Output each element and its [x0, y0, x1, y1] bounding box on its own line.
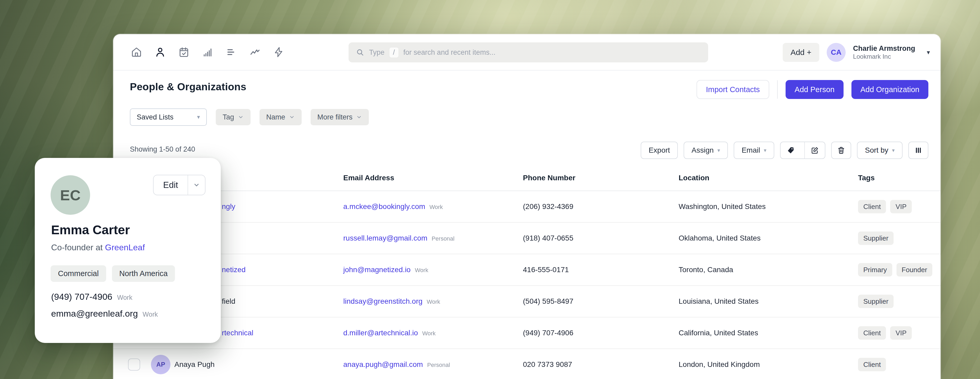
search-placeholder: for search and recent items...: [403, 48, 496, 57]
row-name-fragment[interactable]: rtechnical: [222, 329, 253, 337]
row-tags: Supplier: [858, 295, 894, 308]
table-row[interactable]: russell.lemay@gmail.comPersonal (918) 40…: [113, 223, 940, 254]
assign-button[interactable]: Assign▾: [684, 141, 728, 159]
bar-chart-icon[interactable]: [202, 46, 213, 58]
chevron-down-icon: [193, 182, 200, 189]
chevron-down-icon: ▾: [197, 114, 200, 121]
row-location: Oklahoma, United States: [679, 234, 760, 243]
row-name-fragment[interactable]: netized: [222, 266, 245, 274]
export-button[interactable]: Export: [641, 141, 678, 159]
row-email-link[interactable]: d.miller@artechnical.ioWork: [343, 329, 436, 337]
sort-by-button[interactable]: Sort by▾: [857, 141, 902, 159]
row-location: Louisiana, United States: [679, 297, 759, 306]
email-link[interactable]: john@magnetized.io: [343, 266, 411, 274]
row-phone: 020 7373 9087: [523, 360, 572, 369]
table-row[interactable]: netized john@magnetized.ioWork 416-555-0…: [113, 254, 940, 286]
header-location[interactable]: Location: [679, 174, 710, 182]
row-checkbox[interactable]: [128, 358, 140, 371]
chevron-down-icon: [356, 114, 362, 120]
edit-button[interactable]: Edit: [154, 175, 188, 195]
row-email-link[interactable]: john@magnetized.ioWork: [343, 266, 428, 274]
user-menu-chevron-icon[interactable]: ▾: [927, 49, 930, 56]
email-button[interactable]: Email▾: [734, 141, 774, 159]
contacts-icon[interactable]: [154, 46, 166, 58]
toolbar-row: Showing 1-50 of 240 Export Assign▾ Email…: [113, 137, 940, 166]
email-type-label: Work: [430, 204, 443, 210]
email-link[interactable]: russell.lemay@gmail.com: [343, 234, 427, 242]
export-label: Export: [649, 146, 670, 154]
add-organization-button[interactable]: Add Organization: [851, 80, 928, 99]
tag-filter-button[interactable]: Tag: [216, 109, 251, 125]
row-location: Washington, United States: [679, 202, 765, 211]
home-icon[interactable]: [130, 46, 142, 58]
automation-icon[interactable]: [273, 46, 285, 58]
table-row[interactable]: ngly a.mckee@bookingly.comWork (206) 932…: [113, 191, 940, 223]
row-phone: 416-555-0171: [523, 266, 569, 274]
top-bar-right: Add + CA Charlie Armstrong Lookmark Inc …: [783, 34, 930, 71]
contact-role: Co-founder at GreenLeaf: [51, 243, 145, 252]
row-email-link[interactable]: a.mckee@bookingly.comWork: [343, 202, 443, 211]
assign-label: Assign: [692, 146, 714, 154]
row-location: California, United States: [679, 329, 758, 337]
tag-pill: VIP: [890, 200, 912, 214]
row-name-fragment[interactable]: ngly: [222, 202, 235, 211]
row-email-link[interactable]: anaya.pugh@gmail.comPersonal: [343, 360, 450, 369]
toolbar-actions: Export Assign▾ Email▾ Sort by▾: [641, 141, 928, 159]
tag-pill: Supplier: [858, 295, 894, 308]
row-email-link[interactable]: russell.lemay@gmail.comPersonal: [343, 234, 455, 243]
chevron-down-icon: [238, 114, 244, 120]
trash-icon: [837, 146, 845, 154]
more-filters-button[interactable]: More filters: [310, 109, 369, 125]
table-row[interactable]: field lindsay@greenstitch.orgWork (504) …: [113, 286, 940, 317]
table-body: ngly a.mckee@bookingly.comWork (206) 932…: [113, 191, 940, 379]
header-email[interactable]: Email Address: [343, 174, 394, 182]
search-prefix: Type: [369, 48, 385, 57]
delete-button[interactable]: [831, 141, 851, 159]
email-label: Email: [741, 146, 760, 154]
row-tags: ClientVIP: [858, 200, 912, 214]
email-link[interactable]: d.miller@artechnical.io: [343, 329, 418, 337]
tag-pill: VIP: [890, 327, 912, 340]
email-link[interactable]: lindsay@greenstitch.org: [343, 297, 423, 305]
table-row[interactable]: AP Anaya Pugh anaya.pugh@gmail.comPerson…: [113, 349, 940, 379]
page-title: People & Organizations: [130, 81, 246, 93]
saved-lists-select[interactable]: Saved Lists ▾: [130, 108, 207, 126]
row-name-fragment[interactable]: field: [222, 297, 235, 306]
import-contacts-button[interactable]: Import Contacts: [697, 80, 770, 99]
contact-tags: CommercialNorth America: [51, 265, 175, 282]
add-person-button[interactable]: Add Person: [786, 80, 843, 99]
edit-menu-chevron[interactable]: [188, 175, 205, 195]
table-row[interactable]: rtechnical d.miller@artechnical.ioWork (…: [113, 317, 940, 349]
lists-icon[interactable]: [226, 46, 237, 58]
row-phone: (918) 407-0655: [523, 234, 573, 243]
name-filter-label: Name: [266, 113, 285, 121]
row-tags: Client: [858, 358, 886, 371]
contact-tag-pill: North America: [112, 265, 175, 282]
tag-pill: Primary: [858, 263, 892, 277]
header-phone[interactable]: Phone Number: [523, 174, 575, 182]
chevron-down-icon: [289, 114, 295, 120]
calendar-icon[interactable]: [178, 46, 190, 58]
header-tags[interactable]: Tags: [858, 174, 875, 182]
user-avatar[interactable]: CA: [827, 43, 846, 62]
search-input[interactable]: Type / for search and recent items...: [348, 42, 708, 62]
company-link[interactable]: GreenLeaf: [105, 243, 145, 252]
email-link[interactable]: a.mckee@bookingly.com: [343, 202, 425, 211]
table-header: Email Address Phone Number Location Tags: [113, 166, 940, 191]
tag-action-icon[interactable]: [781, 142, 800, 159]
columns-button[interactable]: [908, 141, 928, 159]
row-location: Toronto, Canada: [679, 266, 733, 274]
row-email-link[interactable]: lindsay@greenstitch.orgWork: [343, 297, 440, 306]
role-prefix: Co-founder at: [51, 243, 105, 252]
edit-action-icon[interactable]: [804, 142, 825, 159]
trend-icon[interactable]: [249, 46, 261, 58]
columns-icon: [914, 146, 923, 154]
row-name[interactable]: Anaya Pugh: [174, 360, 215, 369]
email-type-label: Work: [143, 311, 158, 318]
email-type-label: Personal: [427, 362, 450, 368]
tag-pill: Client: [858, 327, 886, 340]
name-filter-button[interactable]: Name: [259, 109, 302, 125]
email-link[interactable]: anaya.pugh@gmail.com: [343, 360, 423, 368]
user-menu[interactable]: Charlie Armstrong Lookmark Inc: [853, 44, 915, 60]
add-button[interactable]: Add +: [783, 43, 819, 62]
